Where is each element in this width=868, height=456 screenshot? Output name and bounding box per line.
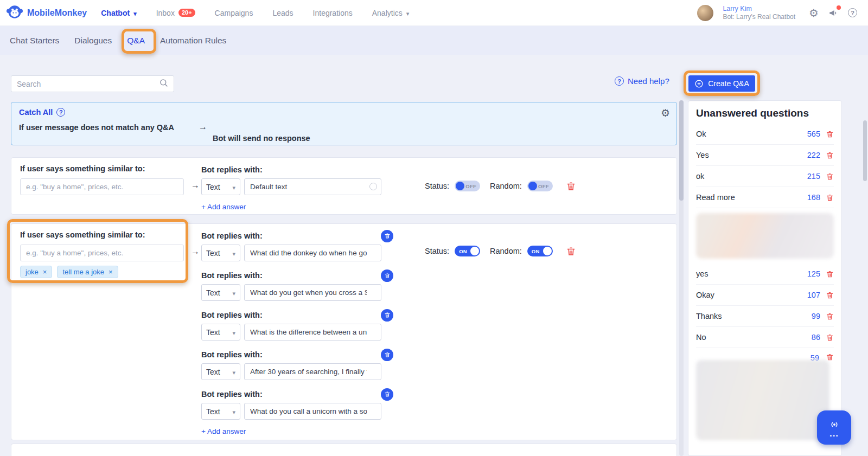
brand[interactable]: MobileMonkey: [0, 4, 101, 22]
answer-label-row: Bot replies with:: [201, 309, 394, 322]
top-navbar: MobileMonkey ChatbotInbox20+CampaignsLea…: [0, 0, 868, 26]
answer-type-select[interactable]: Text: [201, 245, 240, 261]
delete-question-button[interactable]: [826, 291, 834, 299]
delete-answer-button[interactable]: [381, 388, 393, 401]
answer-text-input[interactable]: [244, 284, 381, 301]
nav-item-label: Analytics: [372, 9, 403, 17]
tab-chat-starters[interactable]: Chat Starters: [10, 36, 59, 46]
question-count[interactable]: 222: [807, 151, 820, 159]
emoji-icon[interactable]: [369, 183, 377, 190]
question-count[interactable]: 565: [807, 130, 820, 138]
delete-qa-button[interactable]: [566, 181, 576, 193]
delete-question-button[interactable]: [826, 353, 834, 361]
page-scrollbar-thumb[interactable]: [863, 120, 867, 181]
nav-item-integrations[interactable]: Integrations: [313, 9, 353, 17]
delete-answer-button[interactable]: [381, 269, 393, 282]
delete-question-button[interactable]: [826, 270, 834, 278]
answer-text-input[interactable]: [244, 403, 381, 420]
tag-remove-icon[interactable]: [43, 268, 47, 276]
mobilemonkey-logo-icon: [7, 4, 23, 22]
random-toggle[interactable]: ON: [527, 246, 553, 256]
delete-question-button[interactable]: [826, 151, 834, 159]
plus-circle-icon: [694, 79, 704, 88]
random-label: Random:: [490, 182, 522, 190]
blurred-content: [696, 360, 829, 440]
trigger-label: If user says something similar to:: [20, 164, 145, 173]
content-scrollbar-thumb[interactable]: [679, 100, 684, 201]
answer-text-input[interactable]: [244, 363, 381, 380]
delete-answer-button[interactable]: [381, 309, 393, 322]
question-count[interactable]: 99: [812, 312, 820, 320]
search-input[interactable]: [17, 80, 159, 88]
question-count[interactable]: 215: [807, 172, 820, 181]
tab-q-a[interactable]: Q&A: [127, 36, 145, 46]
random-toggle-label: OFF: [538, 183, 549, 189]
need-help-link[interactable]: Need help?: [615, 76, 669, 86]
random-toggle[interactable]: OFF: [527, 181, 553, 191]
settings-gear-icon[interactable]: [809, 8, 819, 18]
delete-question-button[interactable]: [826, 333, 834, 342]
answer-type-select[interactable]: Text: [201, 324, 240, 341]
search-box[interactable]: [11, 75, 174, 92]
question-count[interactable]: 168: [807, 193, 820, 202]
nav-item-leads[interactable]: Leads: [272, 9, 293, 17]
answer-text-input[interactable]: [244, 245, 381, 261]
answer-block: Bot replies with:Text: [201, 388, 394, 420]
question-text: ok: [696, 172, 704, 181]
chat-widget-button[interactable]: ...: [817, 410, 851, 445]
answer-type-select[interactable]: Text: [201, 284, 240, 301]
answer-type-select[interactable]: Text: [201, 178, 240, 195]
answer-type-select[interactable]: Text: [201, 403, 240, 420]
delete-question-button[interactable]: [826, 312, 834, 320]
catch-all-gear-icon[interactable]: [661, 107, 670, 119]
announcements-megaphone-icon[interactable]: [828, 8, 839, 18]
reply-label: Bot replies with:: [201, 271, 263, 280]
delete-question-button[interactable]: [826, 172, 834, 181]
create-qa-button[interactable]: Create Q&A: [688, 75, 755, 92]
create-qa-label: Create Q&A: [708, 79, 749, 88]
trigger-input[interactable]: [20, 178, 184, 195]
nav-item-analytics[interactable]: Analytics: [372, 9, 410, 17]
user-info[interactable]: Larry Kim Bot: Larry's Real Chatbot: [723, 4, 795, 22]
arrow-icon: [191, 247, 200, 256]
answer-text-input[interactable]: [244, 324, 381, 341]
question-count[interactable]: 107: [807, 291, 820, 299]
user-avatar[interactable]: [697, 5, 713, 21]
tag-remove-icon[interactable]: [108, 268, 113, 276]
trigger-input[interactable]: [20, 245, 184, 261]
answer-text-input[interactable]: [244, 178, 381, 195]
add-answer-link[interactable]: + Add answer: [201, 203, 394, 211]
nav-item-campaigns[interactable]: Campaigns: [215, 9, 253, 17]
delete-question-button[interactable]: [826, 194, 834, 202]
status-toggle[interactable]: ON: [455, 246, 480, 256]
status-label: Status:: [425, 182, 449, 190]
tab-bar: Chat StartersDialoguesQ&AAutomation Rule…: [0, 26, 868, 55]
keyword-tag[interactable]: joke: [20, 266, 52, 278]
add-answer-link[interactable]: + Add answer: [201, 427, 394, 435]
question-text: Okay: [696, 291, 714, 299]
question-count[interactable]: 125: [807, 269, 820, 278]
answer-type-label: Text: [206, 368, 220, 376]
delete-answer-button[interactable]: [381, 349, 393, 361]
keyword-tag[interactable]: tell me a joke: [57, 266, 118, 278]
help-icon[interactable]: [848, 8, 857, 17]
answer-type-select[interactable]: Text: [201, 363, 240, 380]
delete-answer-button[interactable]: [381, 230, 393, 242]
delete-question-button[interactable]: [826, 130, 834, 138]
tab-automation-rules[interactable]: Automation Rules: [160, 36, 226, 46]
nav-item-chatbot[interactable]: Chatbot: [101, 9, 136, 17]
nav-item-label: Campaigns: [215, 9, 253, 17]
status-toggle[interactable]: OFF: [455, 181, 480, 191]
answer-controls: Text: [201, 324, 394, 341]
tab-dialogues[interactable]: Dialogues: [74, 36, 112, 46]
unanswered-questions-list: Ok565Yes222ok215Read more168yes125Okay10…: [696, 124, 834, 440]
need-help-label: Need help?: [628, 76, 669, 86]
active-bot-name: Bot: Larry's Real Chatbot: [723, 13, 795, 22]
delete-qa-button[interactable]: [566, 246, 576, 258]
nav-item-inbox[interactable]: Inbox20+: [156, 9, 195, 17]
question-count[interactable]: 86: [812, 333, 820, 342]
answer-block: Bot replies with:Text: [201, 309, 394, 341]
unanswered-row: Okay107: [696, 285, 834, 306]
catch-all-help-icon[interactable]: [56, 108, 65, 117]
question-text: Thanks: [696, 312, 722, 320]
